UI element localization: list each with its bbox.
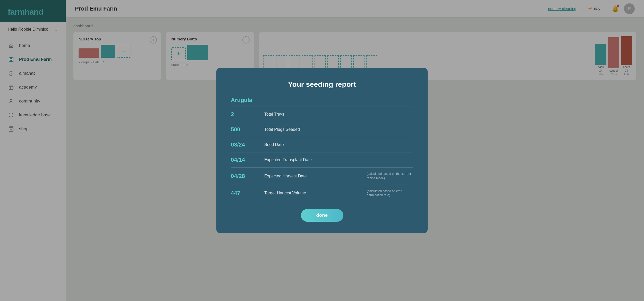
modal-label-harvest-date: Expected Harvest Date [264, 174, 362, 178]
modal-label-total-trays: Total Trays [264, 112, 413, 117]
modal-row-seed-date: 03/24 Seed Date [231, 137, 413, 152]
modal-row-total-plugs: 500 Total Plugs Seeded [231, 122, 413, 137]
modal-title: Your seeding report [231, 80, 413, 89]
modal-value-harvest-date: 04/28 [231, 173, 259, 179]
modal-note-harvest-volume: (calculated based on crop germination ra… [367, 189, 413, 198]
modal-value-harvest-volume: 447 [231, 190, 259, 196]
modal-value-transplant-date: 04/14 [231, 157, 259, 163]
modal-note-harvest-date: (calculated based on the current recipe … [367, 172, 413, 180]
modal-overlay[interactable]: Your seeding report Arugula 2 Total Tray… [0, 0, 644, 301]
modal-label-transplant-date: Expected Transplant Date [264, 158, 413, 162]
modal-value-total-trays: 2 [231, 111, 259, 118]
modal-row-harvest-date: 04/28 Expected Harvest Date (calculated … [231, 168, 413, 185]
done-button[interactable]: done [301, 209, 343, 222]
modal-value-seed-date: 03/24 [231, 141, 259, 148]
modal-label-total-plugs: Total Plugs Seeded [264, 127, 413, 132]
modal-row-transplant-date: 04/14 Expected Transplant Date [231, 152, 413, 168]
modal-value-total-plugs: 500 [231, 126, 259, 133]
modal-crop-name: Arugula [231, 97, 413, 104]
modal-label-seed-date: Seed Date [264, 142, 413, 147]
modal-label-harvest-volume: Target Harvest Volume [264, 191, 362, 195]
modal-row-total-trays: 2 Total Trays [231, 107, 413, 122]
modal-row-harvest-volume: 447 Target Harvest Volume (calculated ba… [231, 185, 413, 202]
seeding-report-modal: Your seeding report Arugula 2 Total Tray… [216, 68, 428, 233]
